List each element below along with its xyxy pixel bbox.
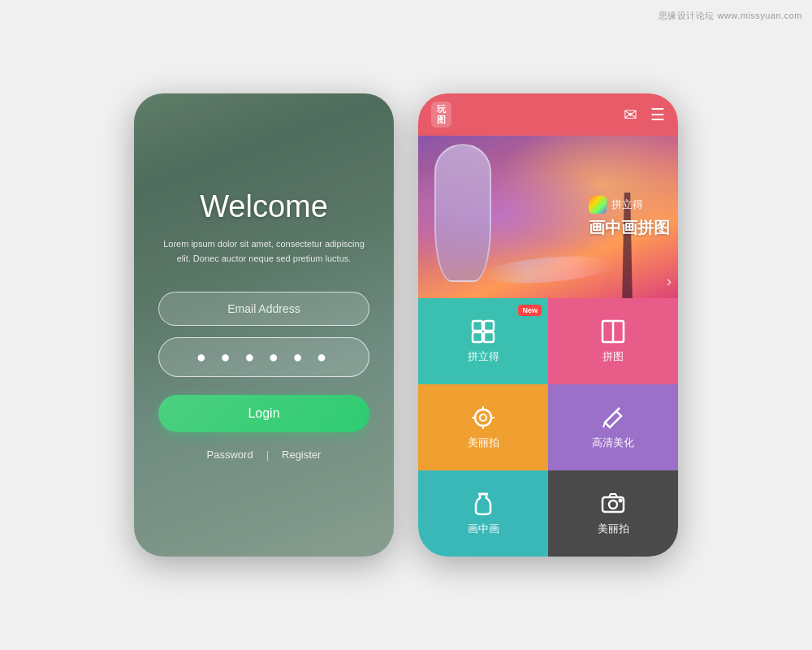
grid-item-pinjia[interactable]: 拼图: [548, 298, 678, 384]
grid-label-pinjia: 拼图: [603, 349, 624, 364]
app-logo-top: 玩: [437, 104, 446, 115]
grid-label-meilipai2: 美丽拍: [598, 522, 629, 536]
login-content: Welcome Lorem ipsum dolor sit amet, cons…: [134, 189, 394, 461]
grid-label-pinlide: 拼立得: [468, 349, 499, 364]
banner-arrow[interactable]: ›: [667, 273, 672, 290]
grid-item-huazhonghua[interactable]: 画中画: [418, 470, 548, 557]
chat-icon[interactable]: ✉: [624, 105, 637, 124]
login-button[interactable]: Login: [158, 395, 369, 432]
grid-item-gaoqing[interactable]: 高清美化: [548, 384, 678, 470]
screens-container: Welcome Lorem ipsum dolor sit amet, cons…: [134, 93, 678, 557]
app-icon-small: [589, 196, 607, 214]
grid-item-pinlide[interactable]: New 拼立得: [418, 298, 548, 384]
email-input[interactable]: [158, 292, 369, 326]
svg-rect-1: [484, 321, 494, 331]
login-screen: Welcome Lorem ipsum dolor sit amet, cons…: [134, 93, 394, 557]
svg-point-6: [475, 410, 491, 426]
welcome-description: Lorem ipsum dolor sit amet, consectetur …: [158, 237, 369, 266]
login-links: Password | Register: [207, 448, 322, 461]
grid-item-meilipai2[interactable]: 美丽拍: [548, 470, 678, 557]
welcome-title: Welcome: [200, 189, 328, 224]
app-header-icons: ✉ ☰: [624, 105, 665, 124]
svg-line-13: [603, 422, 605, 427]
svg-point-16: [609, 500, 617, 509]
layout-icon: [600, 318, 626, 344]
banner-area: 拼立得 画中画拼图 ›: [418, 136, 678, 298]
grid4-icon: [470, 318, 496, 344]
svg-point-7: [480, 414, 486, 421]
banner-bottle: [434, 144, 491, 282]
app-grid: New 拼立得 拼图: [418, 298, 678, 557]
app-header: 玩 图 ✉ ☰: [418, 93, 678, 136]
camera-circle-icon: [600, 491, 626, 517]
grid-label-huazhonghua: 画中画: [468, 522, 499, 536]
pencil-icon: [600, 405, 626, 431]
menu-icon[interactable]: ☰: [650, 105, 665, 124]
new-badge: New: [518, 305, 542, 316]
svg-rect-3: [484, 332, 494, 342]
bottle-icon: [470, 491, 496, 517]
svg-point-17: [620, 500, 622, 502]
links-divider: |: [266, 448, 269, 461]
svg-line-12: [616, 408, 620, 411]
watermark: 思缘设计论坛 www.missyuan.com: [659, 10, 802, 22]
password-input[interactable]: [158, 337, 369, 377]
svg-rect-2: [473, 332, 482, 342]
app-screen: 玩 图 ✉ ☰ 拼立得 画中画拼图 ›: [418, 93, 678, 557]
camera-fancy-icon: [470, 405, 496, 431]
grid-label-meilipai: 美丽拍: [468, 436, 499, 450]
app-logo-bottom: 图: [437, 115, 446, 125]
app-logo: 玩 图: [431, 102, 451, 128]
grid-item-meilipai[interactable]: 美丽拍: [418, 384, 548, 470]
banner-subtitle: 拼立得: [589, 196, 670, 214]
password-link[interactable]: Password: [207, 448, 253, 461]
svg-rect-0: [473, 321, 482, 331]
grid-label-gaoqing: 高清美化: [592, 436, 634, 450]
register-link[interactable]: Register: [282, 448, 321, 461]
banner-text: 拼立得 画中画拼图: [589, 196, 670, 238]
banner-main-title: 画中画拼图: [589, 217, 670, 238]
